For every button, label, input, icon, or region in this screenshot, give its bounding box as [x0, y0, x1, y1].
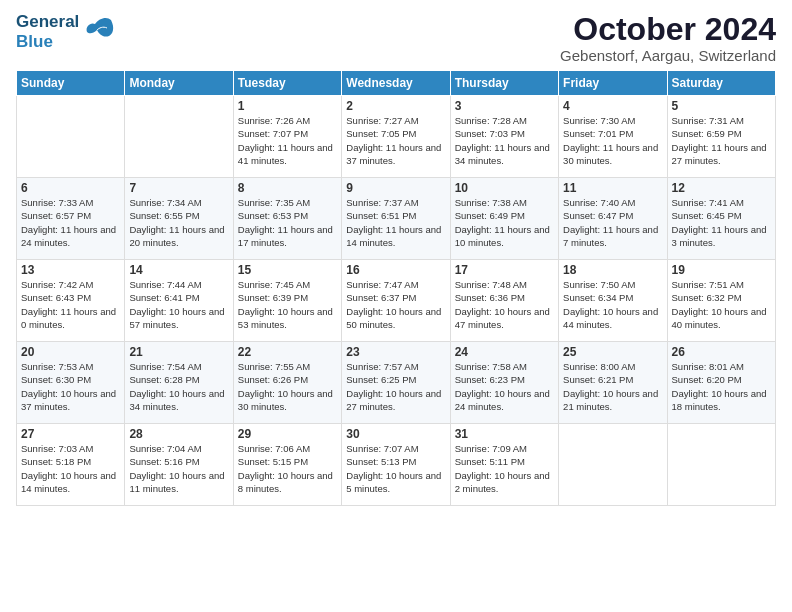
- day-number: 21: [129, 345, 228, 359]
- calendar-cell-w1d4: 2Sunrise: 7:27 AMSunset: 7:05 PMDaylight…: [342, 96, 450, 178]
- day-info: Sunrise: 7:37 AMSunset: 6:51 PMDaylight:…: [346, 196, 445, 249]
- calendar-week-2: 6Sunrise: 7:33 AMSunset: 6:57 PMDaylight…: [17, 178, 776, 260]
- day-info: Sunrise: 7:07 AMSunset: 5:13 PMDaylight:…: [346, 442, 445, 495]
- day-number: 23: [346, 345, 445, 359]
- calendar-cell-w1d7: 5Sunrise: 7:31 AMSunset: 6:59 PMDaylight…: [667, 96, 775, 178]
- day-info: Sunrise: 7:51 AMSunset: 6:32 PMDaylight:…: [672, 278, 771, 331]
- day-info: Sunrise: 7:57 AMSunset: 6:25 PMDaylight:…: [346, 360, 445, 413]
- calendar-cell-w3d7: 19Sunrise: 7:51 AMSunset: 6:32 PMDayligh…: [667, 260, 775, 342]
- day-number: 19: [672, 263, 771, 277]
- logo-blue: Blue: [16, 32, 53, 51]
- day-info: Sunrise: 7:41 AMSunset: 6:45 PMDaylight:…: [672, 196, 771, 249]
- day-info: Sunrise: 7:27 AMSunset: 7:05 PMDaylight:…: [346, 114, 445, 167]
- header-friday: Friday: [559, 71, 667, 96]
- title-block: October 2024 Gebenstorf, Aargau, Switzer…: [560, 12, 776, 64]
- calendar-cell-w2d5: 10Sunrise: 7:38 AMSunset: 6:49 PMDayligh…: [450, 178, 558, 260]
- page-title: October 2024: [560, 12, 776, 47]
- calendar-week-3: 13Sunrise: 7:42 AMSunset: 6:43 PMDayligh…: [17, 260, 776, 342]
- header: General Blue October 2024 Gebenstorf, Aa…: [16, 12, 776, 64]
- day-info: Sunrise: 7:55 AMSunset: 6:26 PMDaylight:…: [238, 360, 337, 413]
- day-info: Sunrise: 7:40 AMSunset: 6:47 PMDaylight:…: [563, 196, 662, 249]
- day-info: Sunrise: 7:03 AMSunset: 5:18 PMDaylight:…: [21, 442, 120, 495]
- day-info: Sunrise: 7:35 AMSunset: 6:53 PMDaylight:…: [238, 196, 337, 249]
- calendar-cell-w4d4: 23Sunrise: 7:57 AMSunset: 6:25 PMDayligh…: [342, 342, 450, 424]
- day-info: Sunrise: 7:45 AMSunset: 6:39 PMDaylight:…: [238, 278, 337, 331]
- calendar-cell-w4d6: 25Sunrise: 8:00 AMSunset: 6:21 PMDayligh…: [559, 342, 667, 424]
- day-info: Sunrise: 7:58 AMSunset: 6:23 PMDaylight:…: [455, 360, 554, 413]
- day-number: 13: [21, 263, 120, 277]
- logo-general-text: General: [16, 12, 79, 32]
- calendar-body: 1Sunrise: 7:26 AMSunset: 7:07 PMDaylight…: [17, 96, 776, 506]
- calendar-cell-w2d3: 8Sunrise: 7:35 AMSunset: 6:53 PMDaylight…: [233, 178, 341, 260]
- day-number: 30: [346, 427, 445, 441]
- calendar-cell-w3d1: 13Sunrise: 7:42 AMSunset: 6:43 PMDayligh…: [17, 260, 125, 342]
- header-monday: Monday: [125, 71, 233, 96]
- calendar-cell-w5d7: [667, 424, 775, 506]
- calendar-cell-w3d5: 17Sunrise: 7:48 AMSunset: 6:36 PMDayligh…: [450, 260, 558, 342]
- day-info: Sunrise: 7:06 AMSunset: 5:15 PMDaylight:…: [238, 442, 337, 495]
- day-number: 25: [563, 345, 662, 359]
- day-info: Sunrise: 8:00 AMSunset: 6:21 PMDaylight:…: [563, 360, 662, 413]
- day-number: 1: [238, 99, 337, 113]
- page-container: General Blue October 2024 Gebenstorf, Aa…: [0, 0, 792, 514]
- day-number: 22: [238, 345, 337, 359]
- header-thursday: Thursday: [450, 71, 558, 96]
- calendar-cell-w5d6: [559, 424, 667, 506]
- day-info: Sunrise: 7:31 AMSunset: 6:59 PMDaylight:…: [672, 114, 771, 167]
- day-info: Sunrise: 7:09 AMSunset: 5:11 PMDaylight:…: [455, 442, 554, 495]
- calendar-header-row: Sunday Monday Tuesday Wednesday Thursday…: [17, 71, 776, 96]
- day-number: 11: [563, 181, 662, 195]
- page-subtitle: Gebenstorf, Aargau, Switzerland: [560, 47, 776, 64]
- calendar-cell-w2d6: 11Sunrise: 7:40 AMSunset: 6:47 PMDayligh…: [559, 178, 667, 260]
- day-info: Sunrise: 7:26 AMSunset: 7:07 PMDaylight:…: [238, 114, 337, 167]
- day-number: 10: [455, 181, 554, 195]
- day-number: 7: [129, 181, 228, 195]
- day-number: 12: [672, 181, 771, 195]
- day-number: 15: [238, 263, 337, 277]
- day-number: 24: [455, 345, 554, 359]
- day-info: Sunrise: 7:30 AMSunset: 7:01 PMDaylight:…: [563, 114, 662, 167]
- logo-bird-icon: [83, 14, 115, 51]
- day-info: Sunrise: 7:48 AMSunset: 6:36 PMDaylight:…: [455, 278, 554, 331]
- header-sunday: Sunday: [17, 71, 125, 96]
- calendar-cell-w4d2: 21Sunrise: 7:54 AMSunset: 6:28 PMDayligh…: [125, 342, 233, 424]
- day-info: Sunrise: 7:44 AMSunset: 6:41 PMDaylight:…: [129, 278, 228, 331]
- logo-blue-text: Blue: [16, 32, 79, 52]
- day-info: Sunrise: 7:04 AMSunset: 5:16 PMDaylight:…: [129, 442, 228, 495]
- day-info: Sunrise: 7:34 AMSunset: 6:55 PMDaylight:…: [129, 196, 228, 249]
- calendar-table: Sunday Monday Tuesday Wednesday Thursday…: [16, 70, 776, 506]
- calendar-cell-w2d4: 9Sunrise: 7:37 AMSunset: 6:51 PMDaylight…: [342, 178, 450, 260]
- calendar-cell-w5d4: 30Sunrise: 7:07 AMSunset: 5:13 PMDayligh…: [342, 424, 450, 506]
- calendar-cell-w3d4: 16Sunrise: 7:47 AMSunset: 6:37 PMDayligh…: [342, 260, 450, 342]
- day-number: 18: [563, 263, 662, 277]
- day-number: 4: [563, 99, 662, 113]
- day-number: 2: [346, 99, 445, 113]
- header-saturday: Saturday: [667, 71, 775, 96]
- day-number: 8: [238, 181, 337, 195]
- logo-name: General Blue: [16, 12, 79, 52]
- calendar-cell-w5d2: 28Sunrise: 7:04 AMSunset: 5:16 PMDayligh…: [125, 424, 233, 506]
- logo-general: General: [16, 12, 79, 31]
- day-number: 5: [672, 99, 771, 113]
- header-wednesday: Wednesday: [342, 71, 450, 96]
- day-info: Sunrise: 7:54 AMSunset: 6:28 PMDaylight:…: [129, 360, 228, 413]
- day-info: Sunrise: 7:53 AMSunset: 6:30 PMDaylight:…: [21, 360, 120, 413]
- day-number: 16: [346, 263, 445, 277]
- day-number: 29: [238, 427, 337, 441]
- day-number: 28: [129, 427, 228, 441]
- day-info: Sunrise: 7:28 AMSunset: 7:03 PMDaylight:…: [455, 114, 554, 167]
- day-info: Sunrise: 7:47 AMSunset: 6:37 PMDaylight:…: [346, 278, 445, 331]
- day-number: 31: [455, 427, 554, 441]
- day-number: 9: [346, 181, 445, 195]
- calendar-cell-w3d6: 18Sunrise: 7:50 AMSunset: 6:34 PMDayligh…: [559, 260, 667, 342]
- calendar-cell-w1d3: 1Sunrise: 7:26 AMSunset: 7:07 PMDaylight…: [233, 96, 341, 178]
- day-info: Sunrise: 8:01 AMSunset: 6:20 PMDaylight:…: [672, 360, 771, 413]
- day-info: Sunrise: 7:38 AMSunset: 6:49 PMDaylight:…: [455, 196, 554, 249]
- calendar-cell-w4d3: 22Sunrise: 7:55 AMSunset: 6:26 PMDayligh…: [233, 342, 341, 424]
- calendar-cell-w5d5: 31Sunrise: 7:09 AMSunset: 5:11 PMDayligh…: [450, 424, 558, 506]
- calendar-cell-w2d2: 7Sunrise: 7:34 AMSunset: 6:55 PMDaylight…: [125, 178, 233, 260]
- calendar-cell-w3d2: 14Sunrise: 7:44 AMSunset: 6:41 PMDayligh…: [125, 260, 233, 342]
- day-number: 14: [129, 263, 228, 277]
- calendar-week-5: 27Sunrise: 7:03 AMSunset: 5:18 PMDayligh…: [17, 424, 776, 506]
- calendar-cell-w3d3: 15Sunrise: 7:45 AMSunset: 6:39 PMDayligh…: [233, 260, 341, 342]
